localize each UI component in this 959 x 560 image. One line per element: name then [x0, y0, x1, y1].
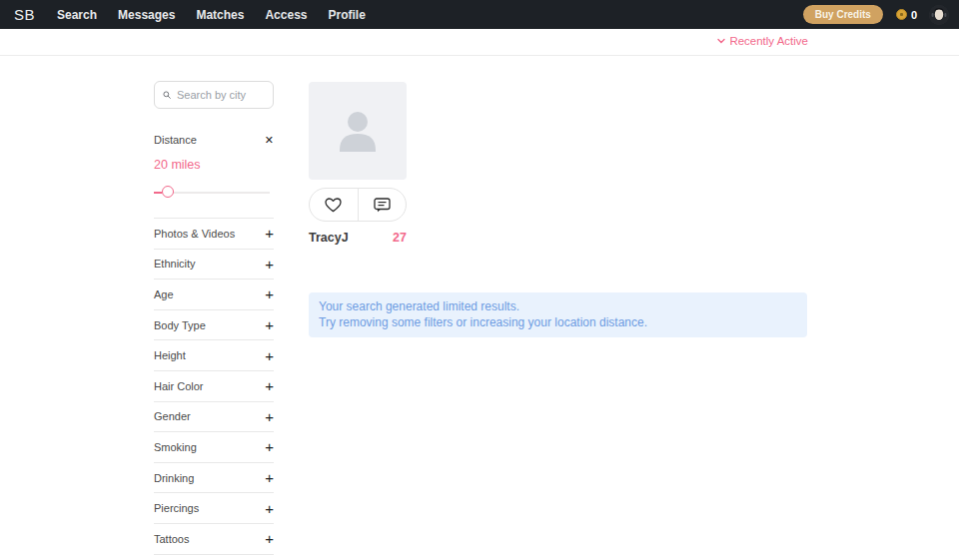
filter-hair-color[interactable]: Hair Color + — [154, 370, 274, 401]
profile-action-bar — [309, 188, 407, 222]
expand-plus-icon: + — [265, 317, 274, 332]
coin-icon — [896, 9, 907, 20]
avatar-photo-placeholder — [929, 5, 949, 25]
filter-gender[interactable]: Gender + — [154, 401, 274, 432]
message-button[interactable] — [359, 189, 407, 221]
slider-fill — [154, 192, 162, 194]
filter-piercings[interactable]: Piercings + — [154, 492, 274, 523]
slider-handle[interactable] — [162, 186, 174, 198]
nav-item-access[interactable]: Access — [265, 8, 307, 22]
search-icon — [163, 89, 171, 101]
nav-item-messages[interactable]: Messages — [118, 8, 175, 22]
nav-item-search[interactable]: Search — [57, 8, 97, 22]
app-logo[interactable]: SB — [14, 6, 35, 23]
distance-label: Distance — [154, 134, 197, 146]
top-navbar: SB Search Messages Matches Access Profil… — [0, 0, 959, 29]
filter-tattoos[interactable]: Tattoos + — [154, 523, 274, 554]
limited-results-notice: Your search generated limited results. T… — [309, 292, 807, 337]
filter-body-type[interactable]: Body Type + — [154, 309, 274, 340]
navbar-right: Buy Credits 0 — [803, 5, 949, 25]
user-avatar[interactable] — [929, 5, 949, 25]
filter-height[interactable]: Height + — [154, 339, 274, 370]
city-search[interactable] — [154, 81, 274, 109]
expand-plus-icon: + — [265, 257, 274, 272]
filter-photos-videos[interactable]: Photos & Videos + — [154, 218, 274, 249]
nav-menu: Search Messages Matches Access Profile — [57, 8, 366, 22]
chat-bubble-icon — [374, 198, 391, 213]
chevron-down-icon — [717, 38, 725, 44]
heart-icon — [325, 198, 342, 213]
filter-age[interactable]: Age + — [154, 279, 274, 309]
filter-smoking[interactable]: Smoking + — [154, 431, 274, 462]
filter-sidebar: Distance ✕ 20 miles Photos & Videos + Et… — [154, 81, 274, 555]
notice-line-2: Try removing some filters or increasing … — [319, 315, 797, 331]
expand-plus-icon: + — [265, 409, 274, 424]
results-toolbar: Recently Active — [0, 29, 959, 56]
profile-card: TracyJ 27 — [309, 82, 407, 245]
credits-count: 0 — [911, 9, 917, 21]
distance-slider[interactable] — [154, 186, 274, 199]
nav-item-matches[interactable]: Matches — [196, 8, 244, 22]
filter-drinking[interactable]: Drinking + — [154, 462, 274, 493]
buy-credits-button[interactable]: Buy Credits — [803, 5, 883, 24]
expand-plus-icon: + — [265, 226, 274, 241]
expand-plus-icon: + — [265, 531, 274, 546]
filter-ethnicity[interactable]: Ethnicity + — [154, 249, 274, 280]
person-silhouette-icon — [331, 104, 385, 158]
filter-list: Photos & Videos + Ethnicity + Age + Body… — [154, 218, 274, 555]
expand-plus-icon: + — [265, 439, 274, 454]
expand-plus-icon: + — [265, 470, 274, 485]
like-button[interactable] — [310, 189, 359, 221]
notice-line-1: Your search generated limited results. — [319, 299, 797, 315]
city-search-input[interactable] — [177, 89, 265, 101]
credits-balance: 0 — [896, 9, 917, 21]
expand-plus-icon: + — [265, 378, 274, 393]
distance-value: 20 miles — [154, 158, 274, 172]
nav-item-profile[interactable]: Profile — [329, 8, 366, 22]
profile-age: 27 — [393, 231, 407, 245]
sort-dropdown[interactable]: Recently Active — [717, 35, 808, 47]
sort-label: Recently Active — [729, 35, 808, 47]
profile-meta: TracyJ 27 — [309, 231, 407, 245]
clear-distance-icon[interactable]: ✕ — [265, 135, 274, 146]
profile-photo-placeholder[interactable] — [309, 82, 407, 180]
distance-filter-header: Distance ✕ — [154, 134, 274, 146]
expand-plus-icon: + — [265, 348, 274, 363]
expand-plus-icon: + — [265, 286, 274, 301]
profile-name[interactable]: TracyJ — [309, 231, 349, 245]
expand-plus-icon: + — [265, 501, 274, 516]
